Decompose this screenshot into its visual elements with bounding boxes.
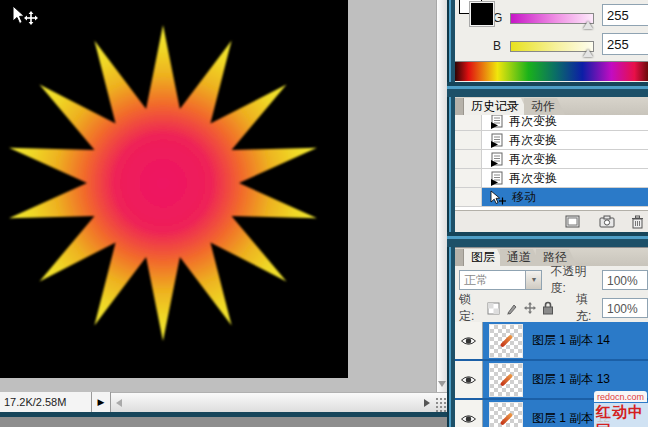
tab-history[interactable]: 历史记录 [464, 98, 529, 115]
layer-row[interactable]: 图层 1 副本 14 [455, 322, 648, 361]
layer-visibility-toggle[interactable] [455, 322, 483, 359]
layer-thumbnail[interactable] [489, 324, 523, 358]
history-source-well[interactable] [455, 169, 482, 187]
blue-slider-handle[interactable] [583, 49, 593, 57]
history-state-row[interactable]: 再次变换 [455, 131, 648, 150]
layer-name[interactable]: 图层 1 副本 14 [532, 332, 610, 349]
document-canvas[interactable] [0, 0, 348, 378]
lock-all-padlock-icon[interactable] [542, 301, 554, 315]
palette-separator [447, 232, 648, 247]
history-palette: 历史记录 动作 再次变换 再次变换 [455, 97, 648, 232]
foreground-color-swatch[interactable] [469, 1, 495, 27]
window-bottom-border [0, 412, 455, 417]
transform-state-icon [489, 133, 504, 148]
tab-corner [455, 98, 464, 115]
layer-thumbnail[interactable] [489, 363, 523, 397]
history-state-row[interactable]: 再次变换 [455, 115, 648, 131]
new-snapshot-camera-icon[interactable] [599, 215, 615, 228]
lock-transparency-icon[interactable] [487, 302, 500, 315]
history-source-well[interactable] [455, 150, 482, 168]
opacity-field[interactable]: 100% [602, 270, 648, 290]
tab-actions[interactable]: 动作 [524, 98, 565, 115]
transform-state-icon [489, 115, 504, 129]
history-state-row-selected[interactable]: 移动 [455, 188, 648, 207]
watermark-url: redocn.com [594, 391, 647, 402]
eye-icon [460, 374, 477, 386]
history-tabbar: 历史记录 动作 [455, 97, 648, 115]
fill-label: 填充: [576, 291, 599, 325]
blue-value-field[interactable]: 255 [602, 33, 648, 55]
status-menu-button[interactable]: ▶ [92, 392, 111, 412]
photoshop-workspace: 17.2K/2.58M ▶ G 255 B 255 历史记录 动作 [0, 0, 648, 427]
transform-state-icon [489, 152, 504, 167]
blue-channel-label: B [493, 39, 501, 53]
move-state-icon [489, 190, 507, 205]
scroll-down-icon[interactable] [438, 381, 446, 387]
history-state-row[interactable]: 再次变换 [455, 150, 648, 169]
move-tool-cursor [10, 5, 40, 29]
watermark-brand: 红动中国 [594, 403, 648, 427]
lock-label: 锁定: [459, 291, 482, 325]
green-value-field[interactable]: 255 [602, 4, 648, 26]
chevron-down-icon[interactable]: ▼ [525, 271, 541, 289]
layer-visibility-toggle[interactable] [455, 400, 483, 427]
history-source-well[interactable] [455, 115, 482, 130]
delete-state-trash-icon[interactable] [631, 215, 644, 229]
green-slider-track[interactable] [510, 13, 594, 24]
starburst-artwork [0, 0, 348, 378]
tab-layers[interactable]: 图层 [464, 249, 505, 266]
blend-mode-row: 正常 ▼ 不透明度: 100% [455, 266, 648, 294]
lock-row: 锁定: 填充: 100% [455, 294, 648, 322]
transform-state-icon [489, 171, 504, 186]
history-source-well[interactable] [455, 188, 482, 206]
history-state-label: 再次变换 [509, 132, 557, 149]
history-footer [455, 210, 648, 232]
blend-mode-dropdown[interactable]: 正常 ▼ [459, 270, 542, 290]
tab-corner [455, 249, 464, 266]
scroll-right-icon[interactable] [424, 399, 430, 407]
layer-thumbnail-artwork [500, 412, 513, 425]
history-state-label: 移动 [512, 189, 536, 206]
history-state-label: 再次变换 [509, 151, 557, 168]
document-size-indicator: 17.2K/2.58M [0, 392, 92, 412]
eye-icon [460, 335, 477, 347]
blue-slider-row: B [493, 39, 501, 53]
history-state-label: 再次变换 [509, 170, 557, 187]
layer-thumbnail-artwork [500, 373, 513, 386]
history-state-row[interactable]: 再次变换 [455, 169, 648, 188]
tab-channels[interactable]: 通道 [500, 249, 541, 266]
layer-thumbnail-artwork [500, 334, 513, 347]
new-document-from-state-icon[interactable] [565, 215, 580, 228]
lock-pixels-brush-icon[interactable] [505, 302, 518, 315]
layer-visibility-toggle[interactable] [455, 361, 483, 398]
watermark: redocn.com 红动中国 [594, 389, 648, 427]
palette-separator [447, 82, 648, 97]
green-slider-handle[interactable] [583, 21, 593, 29]
scroll-left-icon[interactable] [116, 399, 122, 407]
layer-name[interactable]: 图层 1 副本 13 [532, 371, 610, 388]
history-state-label: 再次变换 [509, 115, 557, 130]
lock-position-move-icon[interactable] [523, 301, 537, 315]
history-source-well[interactable] [455, 131, 482, 149]
palette-frame-edge [447, 0, 455, 427]
blue-slider-track[interactable] [510, 41, 594, 52]
layer-thumbnail[interactable] [489, 402, 523, 427]
color-spectrum-ramp[interactable] [455, 61, 648, 81]
eye-icon [460, 413, 477, 425]
history-list: 再次变换 再次变换 再次变换 [455, 115, 648, 210]
fill-field[interactable]: 100% [602, 298, 648, 318]
